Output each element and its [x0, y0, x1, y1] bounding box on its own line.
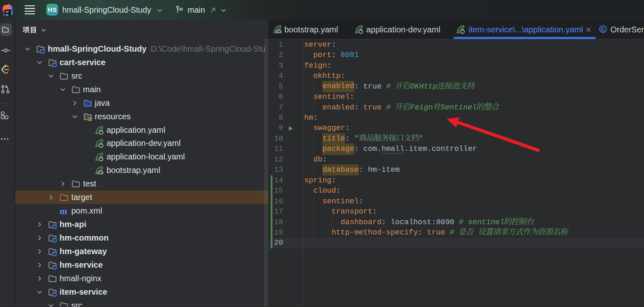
svg-text:IJ: IJ: [6, 10, 9, 14]
svg-text:C: C: [601, 26, 605, 32]
